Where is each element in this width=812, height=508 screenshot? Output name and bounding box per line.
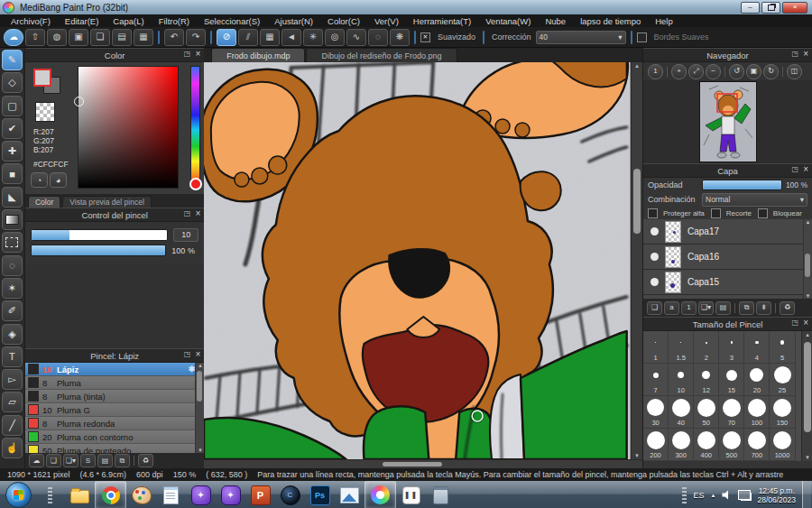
saturation-value-picker[interactable]	[78, 66, 179, 189]
operation-tool[interactable]: ▻	[2, 369, 23, 390]
hue-bar[interactable]	[190, 66, 200, 189]
comment-round-button[interactable]: ◍	[47, 29, 67, 46]
taskbar-photoshop[interactable]: Ps	[305, 482, 335, 508]
hand-tool[interactable]: ☝	[2, 438, 23, 458]
magic-wand-tool[interactable]: ✶	[2, 278, 23, 299]
taskbar-image-viewer[interactable]	[335, 482, 364, 508]
menu-seleccionar[interactable]: Seleccionar(S)	[197, 16, 267, 26]
size-option[interactable]: 70	[719, 396, 744, 429]
control-point-tool[interactable]: ✔	[2, 118, 23, 139]
snap-concentric-button[interactable]: ◎	[325, 29, 345, 46]
size-option[interactable]: 7	[643, 364, 669, 396]
zoom-out-button[interactable]: −	[706, 64, 721, 79]
palette-button[interactable]: ◔	[31, 172, 48, 188]
select-marquee-tool[interactable]	[2, 232, 23, 253]
menu-capa[interactable]: Capa(L)	[106, 16, 151, 26]
soft-eraser-tool[interactable]: ▱	[2, 392, 23, 412]
cloud-save-button[interactable]: ☁	[4, 29, 23, 46]
correccion-dropdown[interactable]: 40 ▾	[536, 31, 626, 44]
lasso-tool[interactable]: ◌	[2, 255, 23, 276]
flip-view-button[interactable]: ◫	[787, 64, 802, 79]
vertical-scroll-thumb[interactable]	[633, 169, 641, 234]
canvas-horizontal-scrollbar[interactable]	[204, 459, 642, 468]
menu-color[interactable]: Color(C)	[320, 16, 367, 26]
menu-ajustar[interactable]: Ajustar(N)	[267, 16, 320, 26]
publish-button[interactable]: ⇧	[25, 29, 45, 46]
clipping-checkbox[interactable]	[711, 208, 721, 218]
new-1bit-layer-button[interactable]: 1	[681, 301, 697, 315]
select-eraser-tool[interactable]: ◈	[2, 324, 23, 345]
taskbar-emulator[interactable]: ❚❚	[396, 482, 426, 508]
brush-row-lapiz[interactable]: 10 Lápiz ✱	[25, 363, 204, 376]
protect-alpha-checkbox[interactable]	[648, 208, 658, 218]
zoom-100-button[interactable]: 1	[648, 64, 663, 79]
tab-brush-preview[interactable]: Vista previa del pincel	[62, 196, 152, 208]
close-button[interactable]: ×	[782, 2, 807, 14]
taskbar-paint-app[interactable]	[126, 482, 156, 508]
menu-lapso-de-tiempo[interactable]: lapso de tiempo	[573, 16, 648, 26]
suavizado-checkbox[interactable]: ✕	[420, 32, 430, 42]
undo-button[interactable]: ↶	[164, 29, 184, 46]
menu-herramienta[interactable]: Herramienta(T)	[406, 16, 478, 26]
duplicate-brush-button[interactable]: ⧉	[115, 454, 130, 467]
close-icon[interactable]: ×	[803, 164, 808, 174]
tab-rediseno-frodo[interactable]: Dibujo del rediseño de Frodo.png	[306, 48, 457, 62]
navigator-preview[interactable]	[643, 80, 812, 163]
taskbar-chrome[interactable]	[95, 481, 126, 508]
close-icon[interactable]: ×	[803, 49, 808, 59]
canvas[interactable]	[204, 62, 631, 459]
scroll-down-icon[interactable]: ▼	[804, 293, 812, 299]
size-option[interactable]: 10	[669, 364, 694, 396]
shape-brush-tool[interactable]: ▢	[2, 96, 23, 116]
snap-settings-button[interactable]: ❋	[390, 29, 410, 46]
brush-list-scrollbar[interactable]: ▲ ▼	[195, 363, 204, 453]
new-brush-menu-button[interactable]: ❏▾	[63, 454, 78, 467]
minimize-button[interactable]: –	[741, 2, 760, 14]
list-button[interactable]: ▤	[112, 29, 132, 46]
size-option[interactable]: 1000	[770, 429, 795, 461]
blend-dropdown[interactable]: Normal ▾	[702, 193, 807, 207]
menu-ver[interactable]: Ver(V)	[367, 16, 406, 26]
delete-brush-button[interactable]: ♻	[138, 454, 153, 467]
size-option[interactable]: 300	[669, 429, 694, 461]
rotate-cw-button[interactable]: ↻	[763, 64, 779, 79]
volume-icon[interactable]	[722, 490, 732, 500]
layer-list-scrollbar[interactable]: ▲ ▼	[803, 219, 812, 299]
layer-row-partial[interactable]	[643, 295, 812, 299]
size-option[interactable]: 25	[770, 364, 795, 396]
layer-visibility-icon[interactable]	[651, 227, 659, 236]
canvas-vertical-scrollbar[interactable]: ▲ ▼	[631, 62, 642, 459]
layer-row-capa17[interactable]: Capa17	[643, 219, 812, 245]
foreground-color-swatch[interactable]	[33, 69, 51, 87]
gradient-tool[interactable]	[2, 209, 23, 230]
close-icon[interactable]: ×	[196, 49, 201, 59]
taskbar-cinema4d[interactable]: C	[275, 482, 305, 508]
tiles-button[interactable]: ▦	[134, 29, 153, 46]
size-option[interactable]: 1	[643, 331, 669, 364]
scroll-up-icon[interactable]: ▲	[632, 63, 642, 69]
scroll-down-icon[interactable]: ▼	[632, 453, 642, 458]
size-option[interactable]: 2	[694, 331, 719, 364]
redo-button[interactable]: ↷	[186, 29, 206, 46]
eraser-tool[interactable]: ◇	[2, 72, 23, 93]
brush-row-pluma-con-contorno[interactable]: 20 Pluma con contorno	[25, 430, 204, 444]
brush-size-slider[interactable]	[31, 229, 168, 241]
select-pen-tool[interactable]: ✐	[2, 300, 23, 321]
bucket-tool[interactable]: ◣	[2, 187, 23, 208]
horizontal-scroll-thumb[interactable]	[383, 462, 442, 466]
popout-icon[interactable]: ◳	[791, 319, 798, 327]
snap-parallel-button[interactable]: ⫽	[238, 29, 258, 46]
brush-row-pluma-de-punteado[interactable]: 50 Pluma de punteado	[25, 444, 204, 453]
size-grid-scrollbar[interactable]: ▲ ▼	[801, 331, 812, 461]
size-scroll-thumb[interactable]	[804, 342, 811, 432]
menu-ventana[interactable]: Ventana(W)	[478, 16, 538, 26]
document-button[interactable]: ❏	[90, 29, 110, 46]
tab-frodo-dibujo[interactable]: Frodo dibujo.mdp	[211, 48, 305, 62]
layer-scroll-thumb[interactable]	[805, 254, 810, 277]
zoom-in-button[interactable]: +	[671, 64, 687, 79]
script-brush-button[interactable]: S	[80, 454, 96, 467]
close-icon[interactable]: ×	[196, 349, 201, 359]
taskbar-calculator[interactable]	[426, 482, 456, 508]
language-indicator[interactable]: ES	[693, 491, 704, 500]
menu-editar[interactable]: Editar(E)	[58, 16, 106, 26]
